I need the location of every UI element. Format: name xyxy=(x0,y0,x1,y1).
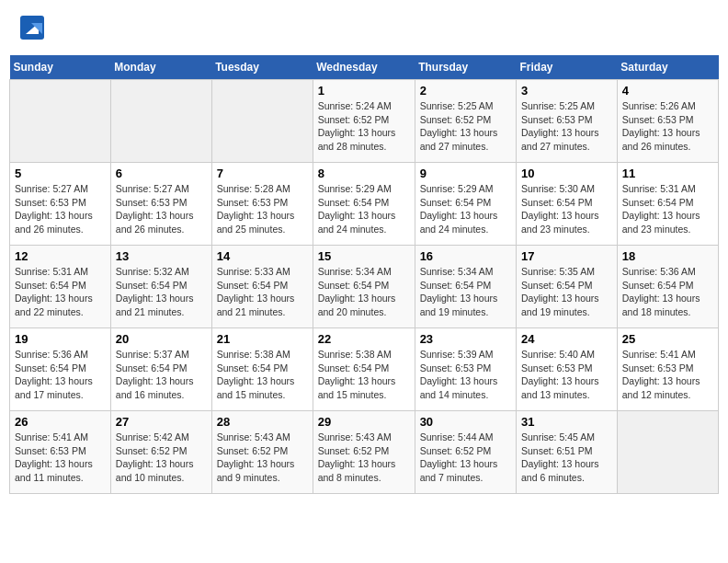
day-number: 19 xyxy=(15,332,106,346)
calendar-cell: 25Sunrise: 5:41 AMSunset: 6:53 PMDayligh… xyxy=(617,328,718,411)
day-number: 10 xyxy=(521,167,612,180)
day-info: Sunrise: 5:32 AMSunset: 6:54 PMDaylight:… xyxy=(116,265,207,319)
calendar-cell: 30Sunrise: 5:44 AMSunset: 6:52 PMDayligh… xyxy=(415,411,516,494)
weekday-header: Saturday xyxy=(617,55,718,80)
day-number: 1 xyxy=(318,84,410,98)
day-number: 5 xyxy=(15,167,106,180)
day-number: 18 xyxy=(622,249,713,263)
day-number: 30 xyxy=(420,415,511,429)
weekday-header-row: SundayMondayTuesdayWednesdayThursdayFrid… xyxy=(10,55,719,80)
day-number: 22 xyxy=(318,332,410,346)
calendar-cell: 10Sunrise: 5:30 AMSunset: 6:54 PMDayligh… xyxy=(516,163,617,246)
calendar-cell: 18Sunrise: 5:36 AMSunset: 6:54 PMDayligh… xyxy=(617,246,718,328)
calendar-cell: 22Sunrise: 5:38 AMSunset: 6:54 PMDayligh… xyxy=(313,328,415,411)
calendar-cell: 2Sunrise: 5:25 AMSunset: 6:52 PMDaylight… xyxy=(415,80,516,163)
calendar-table: SundayMondayTuesdayWednesdayThursdayFrid… xyxy=(9,55,719,494)
calendar-cell: 27Sunrise: 5:42 AMSunset: 6:52 PMDayligh… xyxy=(110,411,211,494)
day-number: 20 xyxy=(116,332,207,346)
day-info: Sunrise: 5:43 AMSunset: 6:52 PMDaylight:… xyxy=(318,431,410,485)
day-number: 28 xyxy=(217,415,308,429)
calendar-cell: 17Sunrise: 5:35 AMSunset: 6:54 PMDayligh… xyxy=(516,246,617,328)
day-number: 26 xyxy=(15,415,106,429)
logo xyxy=(18,14,50,41)
calendar-cell: 9Sunrise: 5:29 AMSunset: 6:54 PMDaylight… xyxy=(415,163,516,246)
day-info: Sunrise: 5:36 AMSunset: 6:54 PMDaylight:… xyxy=(622,265,713,319)
calendar-week-row: 12Sunrise: 5:31 AMSunset: 6:54 PMDayligh… xyxy=(10,246,719,328)
day-info: Sunrise: 5:41 AMSunset: 6:53 PMDaylight:… xyxy=(622,348,713,402)
weekday-header: Sunday xyxy=(10,55,111,80)
day-info: Sunrise: 5:31 AMSunset: 6:54 PMDaylight:… xyxy=(622,182,713,236)
calendar-cell: 8Sunrise: 5:29 AMSunset: 6:54 PMDaylight… xyxy=(313,163,415,246)
day-number: 24 xyxy=(521,332,612,346)
calendar-cell: 11Sunrise: 5:31 AMSunset: 6:54 PMDayligh… xyxy=(617,163,718,246)
calendar-week-row: 5Sunrise: 5:27 AMSunset: 6:53 PMDaylight… xyxy=(10,163,719,246)
day-info: Sunrise: 5:34 AMSunset: 6:54 PMDaylight:… xyxy=(318,265,410,319)
day-number: 9 xyxy=(420,167,511,180)
day-info: Sunrise: 5:40 AMSunset: 6:53 PMDaylight:… xyxy=(521,348,612,402)
calendar-cell: 23Sunrise: 5:39 AMSunset: 6:53 PMDayligh… xyxy=(415,328,516,411)
day-number: 27 xyxy=(116,415,207,429)
weekday-header: Friday xyxy=(516,55,617,80)
day-info: Sunrise: 5:29 AMSunset: 6:54 PMDaylight:… xyxy=(318,182,410,236)
calendar-cell xyxy=(10,80,111,163)
day-info: Sunrise: 5:28 AMSunset: 6:53 PMDaylight:… xyxy=(217,182,308,236)
logo-icon xyxy=(18,14,46,41)
page-header xyxy=(9,9,719,46)
calendar-cell: 24Sunrise: 5:40 AMSunset: 6:53 PMDayligh… xyxy=(516,328,617,411)
day-info: Sunrise: 5:37 AMSunset: 6:54 PMDaylight:… xyxy=(116,348,207,402)
day-info: Sunrise: 5:44 AMSunset: 6:52 PMDaylight:… xyxy=(420,431,511,485)
day-number: 3 xyxy=(521,84,612,98)
weekday-header: Wednesday xyxy=(313,55,415,80)
calendar-cell: 19Sunrise: 5:36 AMSunset: 6:54 PMDayligh… xyxy=(10,328,111,411)
calendar-cell: 12Sunrise: 5:31 AMSunset: 6:54 PMDayligh… xyxy=(10,246,111,328)
day-info: Sunrise: 5:27 AMSunset: 6:53 PMDaylight:… xyxy=(116,182,207,236)
calendar-cell: 31Sunrise: 5:45 AMSunset: 6:51 PMDayligh… xyxy=(516,411,617,494)
day-number: 21 xyxy=(217,332,308,346)
calendar-cell: 13Sunrise: 5:32 AMSunset: 6:54 PMDayligh… xyxy=(110,246,211,328)
calendar-cell: 3Sunrise: 5:25 AMSunset: 6:53 PMDaylight… xyxy=(516,80,617,163)
day-info: Sunrise: 5:24 AMSunset: 6:52 PMDaylight:… xyxy=(318,99,410,154)
calendar-week-row: 1Sunrise: 5:24 AMSunset: 6:52 PMDaylight… xyxy=(10,80,719,163)
weekday-header: Tuesday xyxy=(211,55,313,80)
calendar-cell: 28Sunrise: 5:43 AMSunset: 6:52 PMDayligh… xyxy=(211,411,313,494)
day-info: Sunrise: 5:45 AMSunset: 6:51 PMDaylight:… xyxy=(521,431,612,485)
calendar-cell: 5Sunrise: 5:27 AMSunset: 6:53 PMDaylight… xyxy=(10,163,111,246)
day-number: 14 xyxy=(217,249,308,263)
day-number: 29 xyxy=(318,415,410,429)
day-info: Sunrise: 5:25 AMSunset: 6:52 PMDaylight:… xyxy=(420,99,511,154)
day-number: 4 xyxy=(622,84,713,98)
day-info: Sunrise: 5:34 AMSunset: 6:54 PMDaylight:… xyxy=(420,265,511,319)
day-info: Sunrise: 5:43 AMSunset: 6:52 PMDaylight:… xyxy=(217,431,308,485)
calendar-week-row: 26Sunrise: 5:41 AMSunset: 6:53 PMDayligh… xyxy=(10,411,719,494)
weekday-header: Monday xyxy=(110,55,211,80)
day-info: Sunrise: 5:36 AMSunset: 6:54 PMDaylight:… xyxy=(15,348,106,402)
day-number: 15 xyxy=(318,249,410,263)
calendar-cell: 26Sunrise: 5:41 AMSunset: 6:53 PMDayligh… xyxy=(10,411,111,494)
day-number: 13 xyxy=(116,249,207,263)
day-number: 8 xyxy=(318,167,410,180)
calendar-cell: 4Sunrise: 5:26 AMSunset: 6:53 PMDaylight… xyxy=(617,80,718,163)
calendar-cell xyxy=(110,80,211,163)
day-info: Sunrise: 5:26 AMSunset: 6:53 PMDaylight:… xyxy=(622,99,713,154)
day-info: Sunrise: 5:27 AMSunset: 6:53 PMDaylight:… xyxy=(15,182,106,236)
day-info: Sunrise: 5:33 AMSunset: 6:54 PMDaylight:… xyxy=(217,265,308,319)
calendar-body: 1Sunrise: 5:24 AMSunset: 6:52 PMDaylight… xyxy=(10,80,719,494)
day-info: Sunrise: 5:41 AMSunset: 6:53 PMDaylight:… xyxy=(15,431,106,485)
day-info: Sunrise: 5:35 AMSunset: 6:54 PMDaylight:… xyxy=(521,265,612,319)
calendar-cell: 16Sunrise: 5:34 AMSunset: 6:54 PMDayligh… xyxy=(415,246,516,328)
day-number: 25 xyxy=(622,332,713,346)
day-number: 12 xyxy=(15,249,106,263)
calendar-cell xyxy=(211,80,313,163)
day-number: 6 xyxy=(116,167,207,180)
calendar-cell: 14Sunrise: 5:33 AMSunset: 6:54 PMDayligh… xyxy=(211,246,313,328)
day-info: Sunrise: 5:42 AMSunset: 6:52 PMDaylight:… xyxy=(116,431,207,485)
day-info: Sunrise: 5:38 AMSunset: 6:54 PMDaylight:… xyxy=(318,348,410,402)
day-number: 11 xyxy=(622,167,713,180)
calendar-cell: 7Sunrise: 5:28 AMSunset: 6:53 PMDaylight… xyxy=(211,163,313,246)
calendar-header: SundayMondayTuesdayWednesdayThursdayFrid… xyxy=(10,55,719,80)
day-number: 2 xyxy=(420,84,511,98)
day-number: 23 xyxy=(420,332,511,346)
calendar-cell: 20Sunrise: 5:37 AMSunset: 6:54 PMDayligh… xyxy=(110,328,211,411)
day-number: 17 xyxy=(521,249,612,263)
day-info: Sunrise: 5:29 AMSunset: 6:54 PMDaylight:… xyxy=(420,182,511,236)
